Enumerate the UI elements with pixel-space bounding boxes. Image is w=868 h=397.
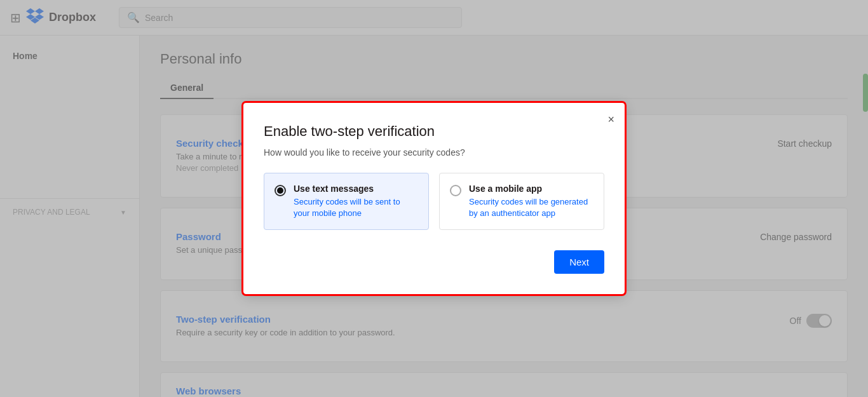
option-text-messages-content: Use text messages Security codes will be… — [294, 184, 418, 219]
option-mobile-app[interactable]: Use a mobile app Security codes will be … — [439, 173, 604, 230]
option-mobile-app-title: Use a mobile app — [469, 184, 593, 194]
two-step-modal: × Enable two-step verification How would… — [243, 103, 625, 294]
next-button[interactable]: Next — [554, 250, 604, 274]
option-text-messages-title: Use text messages — [294, 184, 418, 194]
option-mobile-app-desc: Security codes will be generated by an a… — [469, 196, 593, 219]
option-cards: Use text messages Security codes will be… — [264, 173, 604, 230]
option-text-messages[interactable]: Use text messages Security codes will be… — [264, 173, 429, 230]
modal-overlay: × Enable two-step verification How would… — [0, 0, 868, 397]
option-mobile-app-highlight2: app — [539, 208, 555, 218]
radio-text-messages-fill — [277, 187, 283, 194]
modal-footer: Next — [264, 250, 604, 274]
option-text-messages-highlight: mobile phone — [312, 208, 362, 218]
modal-subtitle: How would you like to receive your secur… — [264, 147, 604, 158]
radio-text-messages — [275, 185, 286, 196]
option-mobile-app-content: Use a mobile app Security codes will be … — [469, 184, 593, 219]
modal-title: Enable two-step verification — [264, 123, 604, 140]
option-text-messages-desc: Security codes will be sent to your mobi… — [294, 196, 418, 219]
radio-mobile-app — [450, 185, 461, 196]
modal-close-button[interactable]: × — [607, 113, 614, 126]
